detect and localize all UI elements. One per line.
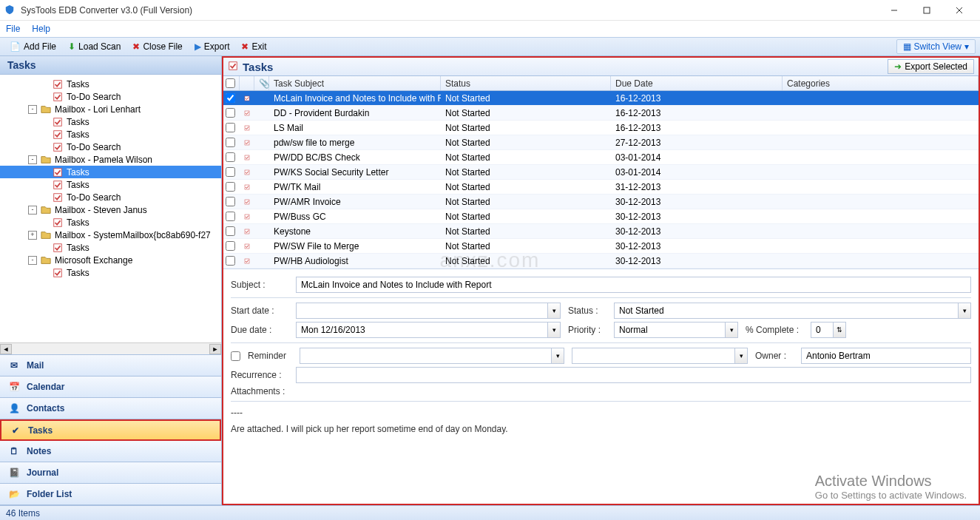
close-button[interactable] xyxy=(943,0,976,21)
table-row[interactable]: PW/HB AudiologistNot Started30-12-2013 xyxy=(223,254,979,269)
svg-rect-22 xyxy=(245,185,249,189)
col-header-checkbox[interactable] xyxy=(223,76,240,90)
tree-toggle[interactable]: - xyxy=(28,256,37,265)
row-checkbox[interactable] xyxy=(226,226,235,236)
row-checkbox[interactable] xyxy=(226,241,235,251)
folder-tree[interactable]: TasksTo-Do Search-Mailbox - Lori Lenhart… xyxy=(0,75,221,342)
reminder-checkbox[interactable] xyxy=(231,351,240,361)
nav-item-mail[interactable]: ✉Mail xyxy=(0,355,221,377)
tree-toggle[interactable]: - xyxy=(28,206,37,215)
reminder-date-dropdown[interactable]: ▾ xyxy=(551,348,564,364)
table-row[interactable]: PW/KS Social Security LetterNot Started0… xyxy=(223,165,979,180)
table-row[interactable]: PW/AMR InvoiceNot Started30-12-2013 xyxy=(223,195,979,209)
pct-complete-field[interactable] xyxy=(811,322,833,338)
table-row[interactable]: PW/SW File to MergeNot Started30-12-2013 xyxy=(223,239,979,254)
table-row[interactable]: pdw/sw file to mergeNot Started27-12-201… xyxy=(223,135,979,150)
tree-node[interactable]: Tasks xyxy=(0,216,221,229)
export-button[interactable]: ▶Export xyxy=(189,39,235,54)
nav-item-folder-list[interactable]: 📂Folder List xyxy=(0,484,221,505)
col-header-due[interactable]: Due Date xyxy=(611,76,783,90)
due-date-dropdown[interactable]: ▾ xyxy=(547,322,561,338)
reminder-time-field[interactable] xyxy=(572,348,734,364)
col-header-subject[interactable]: Task Subject xyxy=(269,76,441,90)
label-due-date: Due date : xyxy=(231,325,288,335)
row-checkbox[interactable] xyxy=(226,256,235,266)
tree-node[interactable]: To-Do Search xyxy=(0,141,221,153)
table-row[interactable]: McLain Invoice and Notes to Include with… xyxy=(223,91,979,106)
table-row[interactable]: PW/TK MailNot Started31-12-2013 xyxy=(223,180,979,195)
menu-file[interactable]: File xyxy=(6,24,20,34)
row-checkbox[interactable] xyxy=(226,167,235,177)
scroll-right-button[interactable]: ► xyxy=(209,344,221,354)
tree-node[interactable]: To-Do Search xyxy=(0,191,221,203)
status-dropdown[interactable]: ▾ xyxy=(958,303,971,319)
due-date-field[interactable] xyxy=(296,322,547,338)
nav-item-calendar[interactable]: 📅Calendar xyxy=(0,377,221,398)
tree-node[interactable]: To-Do Search xyxy=(0,90,221,103)
scroll-left-button[interactable]: ◄ xyxy=(0,344,12,354)
pct-complete-spinner[interactable]: ⇅ xyxy=(833,322,846,338)
col-header-attachment[interactable]: 📎 xyxy=(254,76,269,90)
col-header-categories[interactable]: Categories xyxy=(783,76,979,90)
row-checkbox[interactable] xyxy=(226,152,235,162)
table-row[interactable]: PW/Buss GCNot Started30-12-2013 xyxy=(223,209,979,224)
tree-node[interactable]: Tasks xyxy=(0,178,221,191)
tree-node[interactable]: Tasks xyxy=(0,241,221,254)
table-row[interactable]: LS MailNot Started16-12-2013 xyxy=(223,121,979,135)
row-flag-cell xyxy=(240,212,254,222)
tree-node[interactable]: Tasks xyxy=(0,166,221,178)
tree-node[interactable]: Tasks xyxy=(0,128,221,141)
owner-field[interactable] xyxy=(801,348,971,364)
tree-node[interactable]: -Mailbox - Pamela Wilson xyxy=(0,153,221,166)
start-date-dropdown[interactable]: ▾ xyxy=(547,303,561,319)
tree-toggle[interactable]: - xyxy=(28,105,37,114)
nav-item-journal[interactable]: 📓Journal xyxy=(0,462,221,484)
table-row[interactable]: PW/DD BC/BS CheckNot Started03-01-2014 xyxy=(223,150,979,165)
row-checkbox[interactable] xyxy=(226,212,235,221)
subject-field[interactable] xyxy=(296,277,971,293)
col-header-status[interactable]: Status xyxy=(441,76,611,90)
export-selected-button[interactable]: ➜Export Selected xyxy=(888,59,974,74)
row-checkbox[interactable] xyxy=(226,182,235,192)
maximize-button[interactable] xyxy=(910,0,943,21)
row-checkbox[interactable] xyxy=(226,138,235,147)
tree-toggle[interactable]: + xyxy=(28,231,37,240)
start-date-field[interactable] xyxy=(296,303,547,319)
scroll-thumb[interactable] xyxy=(12,345,209,353)
table-row[interactable]: KeystoneNot Started30-12-2013 xyxy=(223,224,979,239)
tree-node[interactable]: Tasks xyxy=(0,266,221,279)
tree-node[interactable]: -Mailbox - Lori Lenhart xyxy=(0,103,221,115)
nav-item-contacts[interactable]: 👤Contacts xyxy=(0,398,221,419)
grid-body[interactable]: McLain Invoice and Notes to Include with… xyxy=(223,91,979,269)
row-checkbox[interactable] xyxy=(226,108,235,118)
table-row[interactable]: DD - Provident BurdakinNot Started16-12-… xyxy=(223,106,979,121)
reminder-date-field[interactable] xyxy=(300,348,551,364)
select-all-checkbox[interactable] xyxy=(226,78,235,88)
recurrence-field[interactable] xyxy=(296,367,971,383)
row-checkbox[interactable] xyxy=(226,93,235,103)
tree-toggle[interactable]: - xyxy=(28,155,37,164)
reminder-time-dropdown[interactable]: ▾ xyxy=(734,348,748,364)
load-scan-button[interactable]: ⬇Load Scan xyxy=(63,39,126,54)
close-file-button[interactable]: ✖Close File xyxy=(127,39,187,54)
label-priority: Priority : xyxy=(568,325,606,335)
tree-hscrollbar[interactable]: ◄ ► xyxy=(0,342,221,354)
tree-node[interactable]: +Mailbox - SystemMailbox{bc8ab690-f27 xyxy=(0,229,221,241)
priority-dropdown[interactable]: ▾ xyxy=(725,322,738,338)
minimize-button[interactable] xyxy=(878,0,910,21)
status-field[interactable] xyxy=(614,303,958,319)
switch-view-button[interactable]: ▦Switch View▾ xyxy=(896,39,976,54)
priority-field[interactable] xyxy=(614,322,725,338)
tree-node[interactable]: Tasks xyxy=(0,115,221,128)
add-file-button[interactable]: 📄Add File xyxy=(4,39,61,54)
row-checkbox[interactable] xyxy=(226,123,235,132)
nav-item-notes[interactable]: 🗒Notes xyxy=(0,441,221,462)
nav-item-tasks[interactable]: ✔Tasks xyxy=(0,419,221,441)
menu-help[interactable]: Help xyxy=(32,24,50,34)
col-header-flag[interactable] xyxy=(240,76,254,90)
tree-node[interactable]: -Microsoft Exchange xyxy=(0,254,221,266)
exit-button[interactable]: ✖Exit xyxy=(236,39,271,54)
tree-node[interactable]: -Mailbox - Steven Janus xyxy=(0,203,221,216)
row-checkbox[interactable] xyxy=(226,197,235,206)
tree-node[interactable]: Tasks xyxy=(0,78,221,90)
